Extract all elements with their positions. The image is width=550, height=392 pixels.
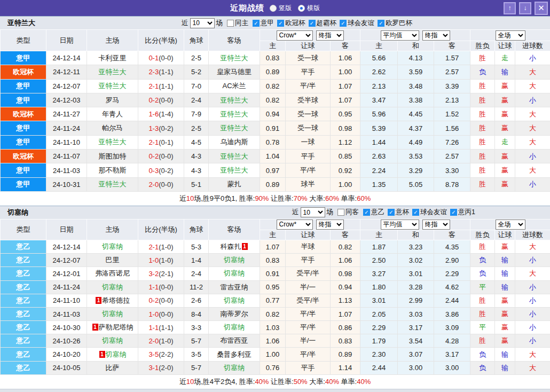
table-row: 意乙24-10-301萨勒尼塔纳1-1(1-1)3-3切塞纳1.03平/半0.8…	[1, 321, 550, 334]
average-select[interactable]: 平均值	[381, 30, 419, 41]
same-venue-filter[interactable]: 同主	[224, 19, 248, 28]
checkbox-icon: ✓	[309, 20, 316, 27]
league-filter[interactable]: ✓意杯	[385, 208, 409, 217]
window-title: 近期战绩	[230, 3, 264, 13]
close-button[interactable]: ✕	[535, 2, 548, 15]
halftime-score: (0-1)	[159, 138, 173, 146]
odds-home-cell: 0.83	[260, 51, 286, 65]
result-winloss-cell: 负	[470, 348, 495, 361]
recent-count-select[interactable]: 10	[190, 18, 215, 28]
result-handicap-cell: 赢	[495, 150, 515, 163]
home-team-cell: 亚特兰大	[87, 65, 138, 79]
table-row: 意甲24-12-14卡利亚里0-1(0-0)2-5亚特兰大0.83受一球1.06…	[1, 51, 550, 65]
match-date-cell: 24-12-14	[46, 51, 87, 65]
odds-away-cell: 0.94	[331, 280, 360, 294]
avg-home-cell: 3.01	[360, 294, 398, 307]
result-goals-cell: 小	[515, 177, 550, 191]
avg-home-cell: 1.79	[360, 334, 398, 348]
table-row: 欧冠杯24-12-11亚特兰大2-3(1-1)5-2皇家马德里0.89平手1.0…	[1, 65, 550, 79]
league-filter[interactable]: ✓意丙1	[447, 208, 475, 217]
away-team-cell: 科森扎1	[209, 240, 260, 253]
red-card-badge: 1	[96, 297, 101, 304]
same-venue-filter[interactable]: 同客	[335, 208, 359, 217]
odds-away-cell: 1.00	[331, 177, 360, 191]
avg-home-cell: 1.87	[360, 240, 398, 253]
bookmaker-stage-select[interactable]: 终指	[316, 30, 344, 41]
odds-home-cell: 0.82	[260, 307, 286, 320]
average-stage-select[interactable]: 终指	[422, 219, 450, 230]
home-team-cell: 卡利亚里	[87, 51, 138, 65]
league-filter-label: 球会友谊	[348, 19, 374, 28]
league-filter[interactable]: ✓欧罗巴杯	[375, 19, 412, 28]
result-winloss-cell: 胜	[470, 177, 495, 191]
odds-handicap-cell: 受一球	[286, 121, 331, 135]
halftime-score: (2-1)	[159, 270, 173, 278]
odds-handicap-cell: 平/半	[286, 79, 331, 93]
bookmaker-stage-select[interactable]: 终指	[316, 219, 344, 230]
average-select[interactable]: 平均值	[381, 219, 419, 230]
table-row: 意乙24-12-07巴里1-0(1-0)1-4切塞纳0.83平手1.062.50…	[1, 254, 550, 267]
avg-home-cell: 5.66	[360, 51, 398, 65]
summary-part: 近	[179, 194, 186, 202]
match-date-cell: 24-12-07	[46, 79, 87, 93]
bookmaker-select[interactable]: Crow*	[277, 30, 313, 41]
result-goals-cell: 小	[515, 51, 550, 65]
summary-part: 10	[186, 378, 194, 386]
avg-home-cell: 2.44	[360, 361, 398, 374]
radio-vertical-layout[interactable]: 竖版	[270, 4, 292, 13]
halftime-score: (2-0)	[159, 364, 173, 372]
home-team-name: 萨勒尼塔纳	[99, 323, 133, 331]
league-filter[interactable]: ✓意乙	[360, 208, 384, 217]
radio-horizontal-layout[interactable]: 横版	[298, 4, 320, 13]
col-header-handicap-result: 让球	[495, 41, 515, 51]
league-filter[interactable]: ✓欧冠杯	[274, 19, 305, 28]
scroll-down-button[interactable]: ↓	[519, 2, 531, 14]
league-filter[interactable]: ✓球会友谊	[337, 19, 374, 28]
fulltime-score: 1-3	[148, 124, 159, 132]
radio-icon	[270, 5, 277, 12]
odds-handicap-cell: 受一球	[286, 51, 331, 65]
home-team-name: 切塞纳	[102, 242, 123, 250]
halftime-score: (0-0)	[159, 152, 173, 160]
scope-select[interactable]: 全场	[496, 30, 525, 41]
summary-part: 场,胜9平0负1, 胜率:	[194, 194, 255, 202]
result-goals-cell: 小	[515, 93, 550, 107]
odds-home-cell: 1.07	[260, 240, 286, 253]
checkbox-icon	[337, 209, 344, 216]
odds-away-cell: 0.98	[331, 121, 360, 135]
average-stage-select[interactable]: 终指	[422, 30, 450, 41]
odds-away-cell: 1.06	[331, 254, 360, 267]
league-filter[interactable]: ✓超霸杯	[306, 19, 337, 28]
league-filter-label: 意杯	[396, 208, 409, 217]
bottom-scroll-strip[interactable]	[0, 389, 550, 392]
recent-count-select[interactable]: 10	[301, 207, 325, 217]
col-header-odds-away: 客	[331, 41, 360, 51]
odds-away-cell: 1.13	[331, 294, 360, 307]
result-winloss-cell: 胜	[470, 135, 495, 149]
scroll-up-button[interactable]: ↑	[504, 2, 516, 14]
home-team-name: 亚特兰大	[99, 180, 127, 188]
home-team-cell: 弗洛西诺尼	[87, 267, 138, 280]
avg-home-cell: 1.80	[360, 280, 398, 294]
away-team-name: 切塞纳	[224, 364, 245, 372]
summary-part: 大率:	[308, 194, 325, 202]
radio-horizontal-label: 横版	[307, 4, 320, 13]
bookmaker-select[interactable]: Crow*	[277, 219, 313, 230]
away-team-cell: 亚特兰大	[209, 121, 260, 135]
result-handicap-cell: 赢	[495, 93, 515, 107]
checkbox-icon: ✓	[277, 20, 284, 27]
avg-draw-cell: 3.17	[398, 321, 434, 334]
home-team-name: 亚特兰大	[99, 138, 127, 146]
league-filter[interactable]: ✓球会友谊	[410, 208, 447, 217]
summary-part: 60%	[325, 194, 339, 202]
match-type-cell: 意乙	[1, 280, 46, 294]
titlebar-buttons: ↑ ↓ ✕	[504, 0, 548, 16]
scope-select[interactable]: 全场	[496, 219, 525, 230]
arrow-down-icon: ↓	[524, 4, 527, 12]
odds-handicap-cell: 半/一	[286, 334, 331, 348]
recent-label: 近	[292, 208, 299, 217]
league-filter[interactable]: ✓意甲	[250, 19, 274, 28]
same-venue-label: 同客	[345, 208, 359, 217]
table-row: 意乙24-11-03切塞纳1-0(0-0)8-4南蒂罗尔0.82平/半1.072…	[1, 307, 550, 320]
avg-away-cell: 1.52	[434, 107, 470, 121]
